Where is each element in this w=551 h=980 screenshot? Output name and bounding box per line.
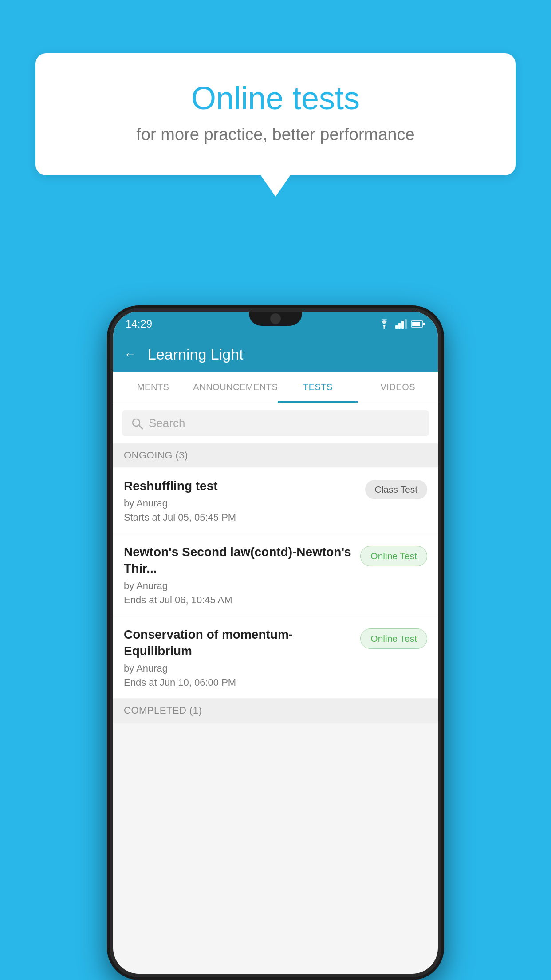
notch xyxy=(249,312,302,326)
status-time: 14:29 xyxy=(126,318,152,330)
search-container: Search xyxy=(113,403,438,443)
speech-bubble: Online tests for more practice, better p… xyxy=(35,53,516,175)
test-info: Newton's Second law(contd)-Newton's Thir… xyxy=(124,544,353,606)
test-by: by Anurag xyxy=(124,663,353,674)
test-time: Ends at Jun 10, 06:00 PM xyxy=(124,677,353,688)
search-icon xyxy=(131,417,143,430)
search-placeholder: Search xyxy=(149,416,185,430)
test-time: Starts at Jul 05, 05:45 PM xyxy=(124,512,358,523)
test-list: Reshuffling test by Anurag Starts at Jul… xyxy=(113,467,438,699)
phone-screen: 14:29 xyxy=(113,312,438,974)
test-name: Reshuffling test xyxy=(124,478,358,494)
back-button[interactable]: ← xyxy=(124,347,137,362)
svg-rect-3 xyxy=(401,321,404,329)
search-box[interactable]: Search xyxy=(122,410,429,436)
phone-frame: 14:29 xyxy=(107,305,444,980)
svg-point-0 xyxy=(383,327,385,329)
tab-ments[interactable]: MENTS xyxy=(113,372,193,403)
test-item[interactable]: Newton's Second law(contd)-Newton's Thir… xyxy=(113,533,438,616)
bubble-title: Online tests xyxy=(71,80,480,116)
svg-rect-4 xyxy=(405,319,407,329)
app-header: ← Learning Light xyxy=(113,336,438,372)
tab-announcements[interactable]: ANNOUNCEMENTS xyxy=(193,372,278,403)
test-info: Conservation of momentum-Equilibrium by … xyxy=(124,627,353,688)
svg-line-9 xyxy=(139,425,142,429)
svg-rect-2 xyxy=(398,323,401,329)
phone-container: 14:29 xyxy=(107,305,444,980)
test-info: Reshuffling test by Anurag Starts at Jul… xyxy=(124,478,358,523)
test-by: by Anurag xyxy=(124,498,358,509)
svg-rect-7 xyxy=(423,323,425,325)
wifi-icon xyxy=(378,319,391,329)
test-name: Conservation of momentum-Equilibrium xyxy=(124,627,353,659)
test-name: Newton's Second law(contd)-Newton's Thir… xyxy=(124,544,353,577)
bubble-subtitle: for more practice, better performance xyxy=(71,125,480,144)
ongoing-label: ONGOING (3) xyxy=(124,450,188,461)
status-icons xyxy=(378,319,425,329)
completed-label: COMPLETED (1) xyxy=(124,705,202,716)
svg-rect-1 xyxy=(395,325,398,329)
test-badge: Class Test xyxy=(365,480,427,499)
test-item[interactable]: Conservation of momentum-Equilibrium by … xyxy=(113,616,438,699)
app-title: Learning Light xyxy=(148,346,244,363)
test-badge: Online Test xyxy=(360,628,427,649)
test-item[interactable]: Reshuffling test by Anurag Starts at Jul… xyxy=(113,467,438,533)
speech-bubble-container: Online tests for more practice, better p… xyxy=(35,53,516,175)
tab-bar: MENTS ANNOUNCEMENTS TESTS VIDEOS xyxy=(113,372,438,403)
completed-section-header: COMPLETED (1) xyxy=(113,699,438,723)
tab-videos[interactable]: VIDEOS xyxy=(358,372,438,403)
test-badge: Online Test xyxy=(360,546,427,566)
tab-tests[interactable]: TESTS xyxy=(278,372,358,403)
signal-icon xyxy=(395,319,407,329)
battery-icon xyxy=(411,320,425,328)
test-by: by Anurag xyxy=(124,580,353,592)
svg-rect-6 xyxy=(412,322,420,326)
test-time: Ends at Jul 06, 10:45 AM xyxy=(124,594,353,606)
ongoing-section-header: ONGOING (3) xyxy=(113,443,438,467)
